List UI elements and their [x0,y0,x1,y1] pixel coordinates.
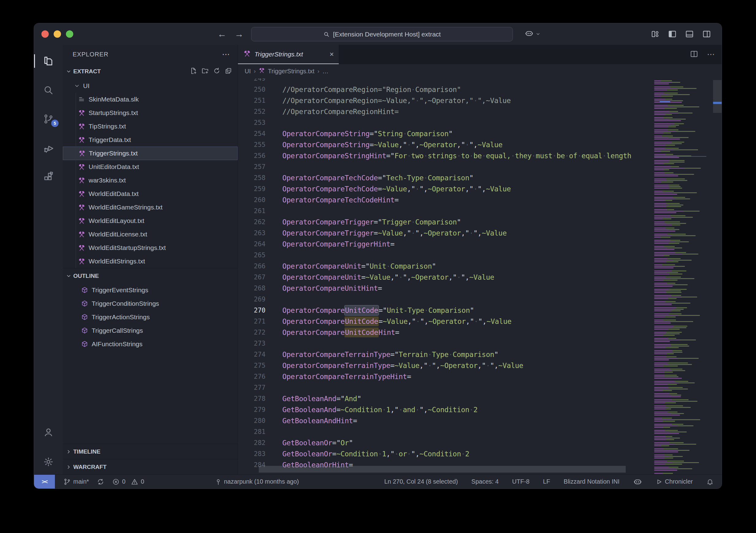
code-line-279[interactable]: 279GetBooleanAnd=~Condition·1,"·and·",~C… [238,404,654,415]
line-number[interactable]: 255 [238,141,265,149]
explorer-more-icon[interactable]: ⋯ [222,50,230,59]
back-icon[interactable]: ← [217,29,227,39]
outline-item-triggercallstrings[interactable]: TriggerCallStrings [63,324,238,337]
git-branch-item[interactable]: main* [64,478,89,486]
line-number[interactable]: 265 [238,251,265,259]
new-file-icon[interactable] [190,67,197,76]
line-number[interactable]: 263 [238,229,265,237]
forward-icon[interactable]: → [234,29,244,39]
line-number[interactable]: 271 [238,318,265,325]
code-line-270[interactable]: 270OperatorCompareUnitCode="Unit-Type·Co… [238,305,654,316]
refresh-icon[interactable] [213,67,220,76]
blame-item[interactable]: nazarpunk (10 months ago) [215,478,299,486]
minimap[interactable] [654,78,713,474]
breadcrumb-file[interactable]: TriggerStrings.txt [268,68,314,75]
copilot-status-icon[interactable] [633,477,642,486]
line-number[interactable]: 274 [238,351,265,358]
code-line-261[interactable]: 261 [238,206,654,216]
code-line-257[interactable]: 257 [238,161,654,172]
line-number[interactable]: 259 [238,185,265,193]
split-editor-icon[interactable] [690,50,698,60]
extensions-icon[interactable] [34,167,63,186]
line-number[interactable]: 270 [238,307,265,314]
explorer-icon[interactable] [34,52,63,70]
code-line-254[interactable]: 254OperatorCompareString="String·Compari… [238,128,654,139]
indentation-item[interactable]: Spaces: 4 [472,478,499,485]
line-number[interactable]: 266 [238,263,265,270]
vertical-scrollbar[interactable] [713,78,722,474]
line-number[interactable]: 277 [238,384,265,391]
sync-item[interactable] [97,478,104,486]
line-number[interactable]: 251 [238,97,265,104]
line-number[interactable]: 264 [238,240,265,248]
line-number[interactable]: 278 [238,395,265,402]
line-number[interactable]: 261 [238,207,265,215]
code-line-273[interactable]: 273 [238,338,654,349]
line-number[interactable]: 282 [238,439,265,446]
encoding-item[interactable]: UTF-8 [512,478,530,485]
code-line-276[interactable]: 276OperatorCompareTerrainTypeHint= [238,371,654,382]
code-line-249[interactable]: 249 [238,78,654,84]
scrollbar-thumb[interactable] [713,80,722,113]
code-line-265[interactable]: 265 [238,250,654,261]
code-line-277[interactable]: 277 [238,382,654,393]
accounts-icon[interactable] [34,423,63,441]
line-number[interactable]: 256 [238,152,265,159]
line-number[interactable]: 281 [238,428,265,435]
code-line-267[interactable]: 267OperatorCompareUnit=~Value,"·",~Opera… [238,272,654,283]
customize-layout-icon[interactable] [651,29,660,39]
code-line-281[interactable]: 281 [238,426,654,437]
collapse-folders-icon[interactable] [225,67,232,76]
line-number[interactable]: 269 [238,295,265,303]
tree-item-tipstrings-txt[interactable]: TipStrings.txt [63,120,238,133]
tree-item-worldeditstrings-txt[interactable]: WorldEditStrings.txt [63,255,238,268]
code-line-250[interactable]: 250//OperatorCompareRegion="Region·Compa… [238,84,654,95]
line-number[interactable]: 250 [238,86,265,93]
code-line-266[interactable]: 266OperatorCompareUnit="Unit·Comparison" [238,261,654,272]
settings-icon[interactable] [34,453,63,471]
line-number[interactable]: 273 [238,340,265,347]
remote-indicator[interactable]: >< [34,475,55,489]
code-line-264[interactable]: 264OperatorCompareTriggerHint= [238,238,654,250]
outline-item-triggeractionstrings[interactable]: TriggerActionStrings [63,310,238,324]
code-line-271[interactable]: 271OperatorCompareUnitCode=~Value,"·",~O… [238,316,654,327]
tree-item-uniteditordata-txt[interactable]: UnitEditorData.txt [63,160,238,174]
outline-item-triggereventstrings[interactable]: TriggerEventStrings [63,283,238,297]
code-line-259[interactable]: 259OperatorCompareTechCode=~Value,"·",~O… [238,183,654,194]
close-tab-icon[interactable]: × [330,50,334,59]
chevron-down-icon[interactable] [536,32,540,37]
code-line-280[interactable]: 280GetBooleanAndHint= [238,415,654,426]
code-editor[interactable]: 249250//OperatorCompareRegion="Region·Co… [238,78,722,474]
tab-triggerstrings[interactable]: TriggerStrings.txt × [238,45,339,64]
line-number[interactable]: 260 [238,196,265,204]
section-timeline[interactable]: TIMELINE [63,444,238,459]
section-extract[interactable]: EXTRACT [63,64,238,79]
code-line-278[interactable]: 278GetBooleanAnd="And" [238,393,654,404]
copilot-icon[interactable] [525,29,534,39]
close-window-button[interactable] [41,30,49,38]
code-line-251[interactable]: 251//OperatorCompareRegion=~Value,"·",~O… [238,95,654,106]
line-number[interactable]: 275 [238,362,265,369]
section-outline[interactable]: OUTLINE [63,268,238,283]
problems-item[interactable]: 0 0 [112,478,144,486]
tree-item-worldeditstartupstrings-txt[interactable]: WorldEditStartupStrings.txt [63,241,238,255]
line-number[interactable]: 276 [238,373,265,380]
run-debug-icon[interactable] [34,139,63,158]
code-line-258[interactable]: 258OperatorCompareTechCode="Tech-Type·Co… [238,172,654,183]
code-line-283[interactable]: 283GetBooleanOr=~Condition·1,"·or·",~Con… [238,448,654,460]
tree-item-triggerstrings-txt[interactable]: TriggerStrings.txt [63,147,238,160]
new-folder-icon[interactable] [202,67,209,76]
breadcrumb-symbol[interactable]: … [322,68,329,75]
toggle-primary-sidebar-icon[interactable] [668,29,677,39]
outline-item-triggerconditionstrings[interactable]: TriggerConditionStrings [63,297,238,310]
line-number[interactable]: 272 [238,329,265,336]
tree-item-ui[interactable]: UI [63,79,238,93]
line-number[interactable]: 258 [238,174,265,182]
code-line-268[interactable]: 268OperatorCompareUnitHint= [238,283,654,294]
code-line-252[interactable]: 252//OperatorCompareRegionHint= [238,106,654,117]
search-icon[interactable] [34,81,63,99]
tree-item-worldeditlayout-txt[interactable]: WorldEditLayout.txt [63,214,238,228]
code-line-256[interactable]: 256OperatorCompareStringHint="For·two·st… [238,150,654,161]
editor-more-icon[interactable]: ⋯ [707,50,715,59]
code-line-275[interactable]: 275OperatorCompareTerrainType=~Value,"·"… [238,360,654,371]
